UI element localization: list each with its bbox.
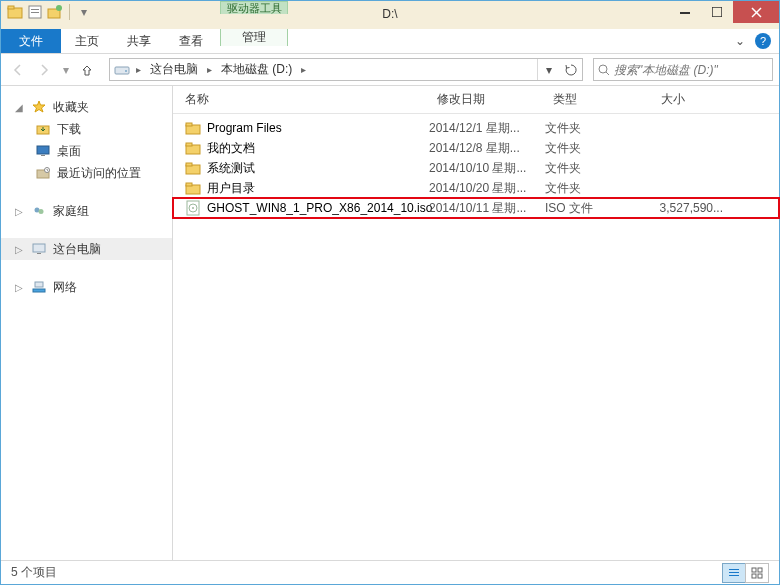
svg-rect-27 bbox=[186, 123, 192, 126]
tab-share[interactable]: 共享 bbox=[113, 29, 165, 53]
qat-newfolder-icon[interactable] bbox=[47, 4, 63, 20]
file-list[interactable]: Program Files2014/12/1 星期...文件夹我的文档2014/… bbox=[173, 114, 779, 560]
breadcrumb-sep[interactable]: ▸ bbox=[299, 64, 308, 75]
nav-group-homegroup: ▷ 家庭组 bbox=[1, 200, 172, 222]
expander-icon[interactable]: ▷ bbox=[15, 244, 25, 255]
folder-icon bbox=[185, 180, 201, 196]
tab-file[interactable]: 文件 bbox=[1, 29, 61, 53]
nav-downloads[interactable]: 下载 bbox=[1, 118, 172, 140]
breadcrumb-sep[interactable]: ▸ bbox=[205, 64, 214, 75]
view-large-icons-button[interactable] bbox=[745, 563, 769, 583]
tab-home[interactable]: 主页 bbox=[61, 29, 113, 53]
content-pane: 名称 修改日期 类型 大小 Program Files2014/12/1 星期.… bbox=[173, 86, 779, 560]
expander-icon[interactable]: ▷ bbox=[15, 282, 25, 293]
tab-manage[interactable]: 管理 bbox=[220, 29, 288, 46]
minimize-button[interactable] bbox=[669, 1, 701, 23]
nav-back-button[interactable] bbox=[7, 59, 29, 81]
file-row[interactable]: 系统测试2014/10/10 星期...文件夹 bbox=[173, 158, 779, 178]
qat-dropdown-icon[interactable]: ▾ bbox=[76, 4, 92, 20]
explorer-window: ▾ 驱动器工具 D:\ 文件 主页 共享 查看 管理 ⌄ ? ▾ ▸ 这台电脑 bbox=[0, 0, 780, 585]
nav-group-thispc: ▷ 这台电脑 bbox=[1, 238, 172, 260]
file-row[interactable]: Program Files2014/12/1 星期...文件夹 bbox=[173, 118, 779, 138]
view-switcher bbox=[723, 563, 769, 583]
maximize-button[interactable] bbox=[701, 1, 733, 23]
file-name: 系统测试 bbox=[207, 160, 255, 177]
quick-access-toolbar: ▾ bbox=[1, 1, 92, 23]
expander-icon[interactable]: ▷ bbox=[15, 206, 25, 217]
nav-label: 桌面 bbox=[57, 143, 81, 160]
tab-view[interactable]: 查看 bbox=[165, 29, 217, 53]
svg-rect-39 bbox=[729, 575, 739, 576]
file-name: 我的文档 bbox=[207, 140, 255, 157]
drive-icon bbox=[114, 62, 130, 78]
file-row[interactable]: 用户目录2014/10/20 星期...文件夹 bbox=[173, 178, 779, 198]
qat-properties-icon[interactable] bbox=[27, 4, 43, 20]
address-bar[interactable]: ▸ 这台电脑 ▸ 本地磁盘 (D:) ▸ ▾ bbox=[109, 58, 583, 81]
nav-homegroup[interactable]: ▷ 家庭组 bbox=[1, 200, 172, 222]
navigation-pane: ◢ 收藏夹 下载 桌面 最近访问的位置 bbox=[1, 86, 173, 560]
address-dropdown-icon[interactable]: ▾ bbox=[538, 59, 560, 80]
svg-rect-33 bbox=[186, 183, 192, 186]
svg-rect-11 bbox=[115, 67, 129, 74]
iso-file-icon bbox=[185, 200, 201, 216]
breadcrumb-sep[interactable]: ▸ bbox=[134, 64, 143, 75]
nav-history-dropdown[interactable]: ▾ bbox=[59, 63, 73, 77]
explorer-app-icon bbox=[7, 4, 23, 20]
contextual-tab-label: 驱动器工具 bbox=[220, 1, 288, 14]
col-header-type[interactable]: 类型 bbox=[545, 91, 653, 108]
col-header-size[interactable]: 大小 bbox=[653, 91, 733, 108]
cell-name: GHOST_WIN8_1_PRO_X86_2014_10.iso bbox=[173, 200, 429, 216]
title-bar: ▾ 驱动器工具 D:\ bbox=[1, 1, 779, 29]
cell-type: 文件夹 bbox=[545, 180, 653, 197]
qat-separator bbox=[69, 4, 70, 20]
help-icon[interactable]: ? bbox=[755, 33, 771, 49]
svg-rect-31 bbox=[186, 163, 192, 166]
cell-type: 文件夹 bbox=[545, 140, 653, 157]
svg-rect-24 bbox=[35, 282, 43, 287]
svg-rect-38 bbox=[729, 572, 739, 573]
homegroup-icon bbox=[31, 203, 47, 219]
nav-desktop[interactable]: 桌面 bbox=[1, 140, 172, 162]
nav-label: 家庭组 bbox=[53, 203, 89, 220]
svg-rect-17 bbox=[41, 155, 45, 156]
downloads-icon bbox=[35, 121, 51, 137]
breadcrumb-thispc[interactable]: 这台电脑 bbox=[147, 61, 201, 78]
col-header-name[interactable]: 名称 bbox=[173, 91, 429, 108]
nav-network[interactable]: ▷ 网络 bbox=[1, 276, 172, 298]
cell-name: 我的文档 bbox=[173, 140, 429, 157]
nav-label: 下载 bbox=[57, 121, 81, 138]
cell-date: 2014/10/20 星期... bbox=[429, 180, 545, 197]
expand-ribbon-icon[interactable]: ⌄ bbox=[733, 34, 747, 48]
address-bar-buttons: ▾ bbox=[537, 59, 582, 80]
svg-rect-1 bbox=[8, 6, 14, 9]
file-row[interactable]: 我的文档2014/12/8 星期...文件夹 bbox=[173, 138, 779, 158]
nav-thispc[interactable]: ▷ 这台电脑 bbox=[1, 238, 172, 260]
breadcrumb-drive[interactable]: 本地磁盘 (D:) bbox=[218, 61, 295, 78]
nav-group-network: ▷ 网络 bbox=[1, 276, 172, 298]
close-button[interactable] bbox=[733, 1, 779, 23]
svg-point-21 bbox=[39, 209, 44, 214]
nav-up-button[interactable] bbox=[77, 59, 97, 81]
col-header-date[interactable]: 修改日期 bbox=[429, 91, 545, 108]
nav-recent[interactable]: 最近访问的位置 bbox=[1, 162, 172, 184]
status-item-count: 5 个项目 bbox=[11, 564, 57, 581]
nav-forward-button[interactable] bbox=[33, 59, 55, 81]
cell-name: 系统测试 bbox=[173, 160, 429, 177]
svg-point-12 bbox=[125, 70, 127, 72]
svg-rect-22 bbox=[33, 244, 45, 252]
cell-name: Program Files bbox=[173, 120, 429, 136]
nav-label: 这台电脑 bbox=[53, 241, 101, 258]
file-row[interactable]: GHOST_WIN8_1_PRO_X86_2014_10.iso2014/10/… bbox=[173, 198, 779, 218]
nav-favorites[interactable]: ◢ 收藏夹 bbox=[1, 96, 172, 118]
cell-date: 2014/12/1 星期... bbox=[429, 120, 545, 137]
search-input[interactable] bbox=[614, 63, 768, 77]
ribbon-tabs: 文件 主页 共享 查看 管理 ⌄ ? bbox=[1, 29, 779, 54]
expander-icon[interactable]: ◢ bbox=[15, 102, 25, 113]
svg-line-14 bbox=[606, 72, 609, 75]
refresh-button[interactable] bbox=[560, 59, 582, 80]
view-details-button[interactable] bbox=[722, 563, 746, 583]
search-box[interactable] bbox=[593, 58, 773, 81]
svg-point-36 bbox=[192, 207, 194, 209]
folder-icon bbox=[185, 160, 201, 176]
star-icon bbox=[31, 99, 47, 115]
